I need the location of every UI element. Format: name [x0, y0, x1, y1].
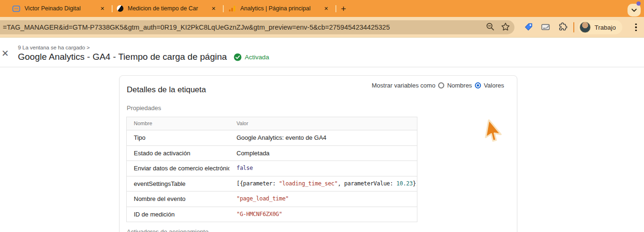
- avatar: [579, 22, 591, 33]
- display-variables-label: Mostrar variables como: [372, 82, 435, 89]
- radio-valores[interactable]: [475, 82, 481, 88]
- col-header-nombre: Nombre: [127, 117, 229, 130]
- table-header-row: Nombre Valor: [127, 117, 417, 130]
- card-title: Detalles de la etiqueta: [127, 85, 206, 95]
- tab-separator: [112, 5, 113, 12]
- row-name: Nombre del evento: [127, 192, 229, 207]
- row-name: Estado de activación: [127, 146, 229, 161]
- tab-separator: [335, 5, 336, 12]
- tab-title: Analytics | Página principal: [240, 5, 310, 12]
- row-value: [{parameter: "loading_time_sec", paramet…: [229, 176, 417, 192]
- display-variables-toggle: Mostrar variables como Nombres Valores: [372, 82, 504, 89]
- row-name: ID de medición: [127, 207, 229, 222]
- check-circle-icon: [234, 53, 242, 61]
- table-row: Tipo Google Analytics: evento de GA4: [127, 130, 417, 145]
- tab-close-icon[interactable]: ✕: [210, 5, 218, 12]
- row-name: eventSettingsTable: [127, 176, 229, 192]
- tab-analytics[interactable]: Analytics | Página principal ✕: [225, 0, 334, 17]
- tab-victor-peinado[interactable]: Victor Peinado Digital ✕: [8, 0, 110, 17]
- radio-nombres[interactable]: [438, 82, 444, 88]
- title-row: Google Analytics - GA4 - Tiempo de carga…: [18, 52, 269, 62]
- radio-valores-label[interactable]: Valores: [484, 82, 504, 89]
- triggers-section-label: Activadores de accionamiento: [127, 228, 208, 232]
- tab-close-icon[interactable]: ✕: [322, 5, 330, 12]
- tab-close-icon[interactable]: ✕: [98, 5, 106, 12]
- status-badge: Activada: [234, 53, 269, 61]
- chat-bubble-favicon-icon: [12, 5, 20, 12]
- status-text: Activada: [245, 54, 269, 61]
- row-value: "page_load_time": [229, 192, 417, 207]
- col-header-valor: Valor: [229, 117, 417, 130]
- radio-nombres-label[interactable]: Nombres: [447, 82, 472, 89]
- row-name: Tipo: [127, 130, 229, 145]
- table-row: eventSettingsTable [{parameter: "loading…: [127, 176, 417, 192]
- google-analytics-favicon-icon: [228, 5, 236, 12]
- extension-card-icon[interactable]: [541, 22, 550, 32]
- tab-search-button[interactable]: [628, 4, 641, 16]
- tab-title: Victor Peinado Digital: [24, 5, 81, 12]
- browser-toolbar: =TAG_MANAGER&id=GTM-P7338GK5&gtm_auth=0R…: [0, 17, 644, 38]
- new-tab-button[interactable]: +: [337, 3, 350, 15]
- browser-window: Victor Peinado Digital ✕ Medicion de tie…: [0, 0, 644, 232]
- url-text[interactable]: =TAG_MANAGER&id=GTM-P7338GK5&gtm_auth=0R…: [3, 24, 390, 31]
- tab-bar: Victor Peinado Digital ✕ Medicion de tie…: [0, 0, 644, 17]
- tab-medicion-tiempo[interactable]: Medicion de tiempo de Carga ✕: [113, 0, 221, 17]
- table-row: ID de medición "G-HMCNF6ZX0G": [127, 207, 417, 222]
- browser-menu-button[interactable]: [632, 22, 640, 33]
- tag-assistant-icon[interactable]: [524, 22, 533, 32]
- row-value: "G-HMCNF6ZX0G": [229, 207, 417, 222]
- notification-dot: [636, 1, 641, 6]
- row-value: Completada: [229, 146, 417, 161]
- table-row: Estado de activación Completada: [127, 145, 417, 161]
- page-title: Google Analytics - GA4 - Tiempo de carga…: [18, 52, 227, 62]
- table-row: Enviar datos de comercio electrónico fal…: [127, 160, 417, 176]
- properties-section-label: Propiedades: [127, 104, 161, 112]
- header-divider: [0, 67, 644, 67]
- address-bar[interactable]: =TAG_MANAGER&id=GTM-P7338GK5&gtm_auth=0R…: [0, 20, 514, 34]
- extensions-puzzle-icon[interactable]: [558, 22, 567, 32]
- properties-table: Nombre Valor Tipo Google Analytics: even…: [126, 117, 417, 222]
- tag-assistant-favicon-icon: [117, 5, 123, 12]
- bookmark-star-icon[interactable]: [501, 22, 510, 32]
- toolbar-separator: [573, 22, 574, 32]
- row-name: Enviar datos de comercio electrónico: [127, 161, 229, 176]
- profile-name: Trabajo: [595, 24, 616, 31]
- close-panel-icon[interactable]: ✕: [1, 49, 9, 58]
- row-value: Google Analytics: evento de GA4: [229, 130, 417, 145]
- tag-assistant-content: ✕ 9 La ventana se ha cargado > Google An…: [0, 38, 644, 232]
- chevron-down-icon: [631, 8, 637, 12]
- tab-title: Medicion de tiempo de Carga: [128, 5, 198, 12]
- table-row: Nombre del evento "page_load_time": [127, 191, 417, 207]
- tab-separator: [223, 5, 224, 12]
- row-value: false: [229, 161, 417, 176]
- breadcrumb[interactable]: 9 La ventana se ha cargado >: [18, 45, 90, 50]
- zoom-out-icon[interactable]: [486, 22, 495, 32]
- tag-details-card: Detalles de la etiqueta Mostrar variable…: [119, 75, 517, 232]
- profile-button[interactable]: Trabajo: [578, 20, 622, 34]
